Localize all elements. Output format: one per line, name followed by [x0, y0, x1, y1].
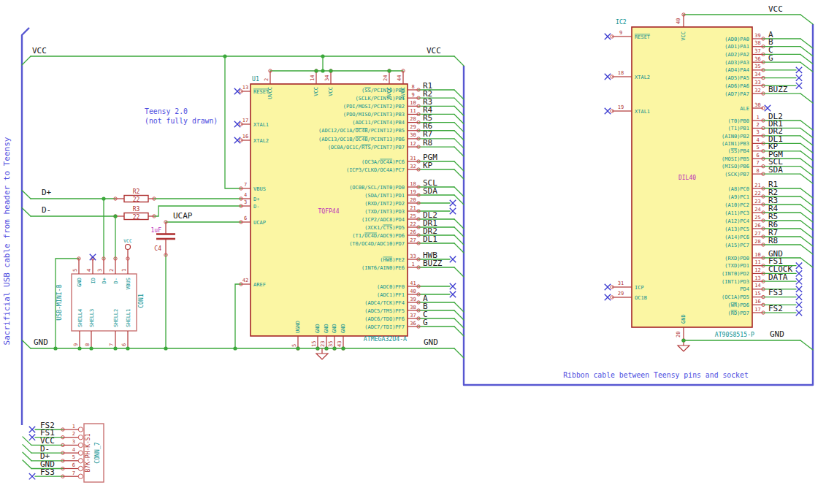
pin-number: 21	[754, 183, 760, 188]
pin-name: GND	[315, 324, 321, 333]
junction-dot	[164, 346, 167, 350]
junction-dot	[77, 346, 81, 350]
pin-number: 35	[328, 341, 334, 347]
net-label: DATA	[768, 272, 788, 282]
pin-number: 17	[242, 118, 248, 123]
pin-name: (OC0A/OC1C/RTS/PCINT7)PB7	[328, 145, 405, 150]
note-teensy-line1: Teensy 2.0	[145, 107, 188, 115]
pin-number: 3	[244, 199, 247, 205]
pin-number: 40	[676, 18, 681, 24]
note-teensy-line2: (not fully drawn)	[145, 117, 218, 125]
bus-entry	[454, 187, 464, 196]
bus-entry	[800, 340, 813, 350]
pin-number: 3	[72, 439, 75, 445]
conn7-pin-circle	[78, 435, 83, 440]
pin-name: (AIN0)PB2	[722, 134, 749, 140]
bus-entry	[800, 196, 813, 206]
pin-name: (PDI/MOSI/PCINT2)PB2	[343, 104, 405, 110]
ground-icon	[316, 354, 328, 359]
pin-name: SHELL4	[77, 309, 83, 327]
bus-usb-cable	[22, 28, 29, 425]
pin-number: 4	[86, 269, 92, 272]
pin-number: 27	[754, 231, 760, 237]
u1-part-name: ATMEGA32U4-A	[364, 335, 407, 343]
bus-entry	[454, 147, 464, 156]
bus-entry	[22, 191, 31, 199]
junction-dot	[233, 346, 237, 350]
bus-entry	[454, 106, 464, 115]
schematic-canvas: 13RESET17XTAL116XTAL27VBUS4D+3D-6UCAP42A…	[0, 0, 826, 504]
bus-entry	[800, 205, 813, 214]
bus-entry	[800, 245, 813, 254]
pin-name: XTAL2	[253, 138, 269, 144]
net-label-ucap: UCAP	[173, 211, 193, 221]
pin-number: 29	[618, 291, 624, 297]
usb-connector-reference: CON1	[137, 294, 145, 308]
pin-name: (A9)PC1	[727, 194, 749, 200]
junction-dot	[102, 196, 105, 200]
junction-dot	[89, 346, 93, 350]
pin-name: (OC1A)PD5	[722, 294, 749, 300]
bus-entry	[800, 188, 813, 198]
pin-name: VCC	[328, 87, 334, 96]
pin-name: (HWB)PE2	[380, 257, 405, 263]
pin-name: AREF	[253, 282, 266, 288]
pin-number: 26	[754, 223, 760, 229]
net-label-vcc-left: VCC	[32, 46, 47, 56]
bus-entry	[800, 221, 813, 230]
net-label: KP	[423, 161, 433, 170]
bus-entry	[454, 195, 464, 205]
pin-number: 44	[397, 75, 402, 81]
pin-name: (SDA/INT1)PD1	[364, 193, 405, 199]
pin-number: 18	[410, 181, 416, 187]
note-left-vertical: Sacrificial USB cable from header to Tee…	[2, 137, 12, 345]
bus-entry	[454, 348, 464, 358]
bus-entry	[800, 54, 813, 64]
pin-name: (ADC4/TCK)PF4	[364, 300, 405, 306]
pin-name: VBUS	[253, 186, 266, 192]
pin-name: (ICP3/CLKO/OC4A)PC7	[346, 167, 405, 173]
pin-number: 2	[109, 269, 115, 272]
bus-entry	[800, 143, 813, 153]
pin-number: 13	[754, 275, 760, 281]
pin-name: (TXD)PD1	[724, 263, 749, 269]
junction-dot	[113, 346, 117, 350]
bus-entry	[800, 237, 813, 246]
conn7-pin-circle	[78, 474, 83, 478]
net-label-ic2-gnd: GND	[770, 329, 784, 339]
junction-dot	[126, 346, 129, 350]
pin-name: (T1)PB1	[727, 126, 749, 131]
junction-dot	[321, 69, 324, 72]
bus-entry	[454, 131, 464, 140]
bus-entry	[800, 136, 813, 145]
pin-name: (TXD/INT3)PD3	[364, 209, 405, 215]
pin-number: 23	[320, 341, 326, 347]
pin-number: 18	[618, 70, 624, 76]
pin-name: (INT1)PD3	[722, 279, 749, 285]
pin-name: D-	[253, 204, 259, 210]
bus-entry	[23, 452, 31, 461]
pin-number: 6	[756, 153, 759, 159]
pin-number: 2	[72, 431, 75, 437]
bus-entry	[800, 174, 813, 183]
pin-name: (SCK)PB7	[724, 172, 749, 177]
pin-number: 38	[410, 305, 416, 310]
bus-entry	[800, 128, 813, 137]
net-label: FS3	[768, 288, 783, 297]
pin-number: 15	[311, 341, 317, 347]
pin-name: OC1B	[635, 295, 647, 301]
pin-name: (AD7)PA7	[724, 91, 749, 97]
bus-entry	[454, 123, 464, 132]
net-label: DL1	[423, 234, 437, 244]
net-label: BUZZ	[423, 259, 443, 268]
pin-number: 42	[242, 278, 248, 283]
pin-name: XTAL2	[635, 75, 650, 80]
pin-name: ID	[91, 278, 96, 283]
pin-name: (A10)PC2	[724, 202, 749, 208]
ic2-part-name: AT90S8515-P	[715, 331, 754, 338]
note-ribbon: Ribbon cable between Teensy pins and soc…	[563, 371, 749, 379]
pin-number: 6	[244, 215, 247, 221]
bus-entry	[23, 460, 31, 469]
c4-reference: C4	[154, 245, 161, 252]
pin-name: D+	[102, 278, 107, 283]
